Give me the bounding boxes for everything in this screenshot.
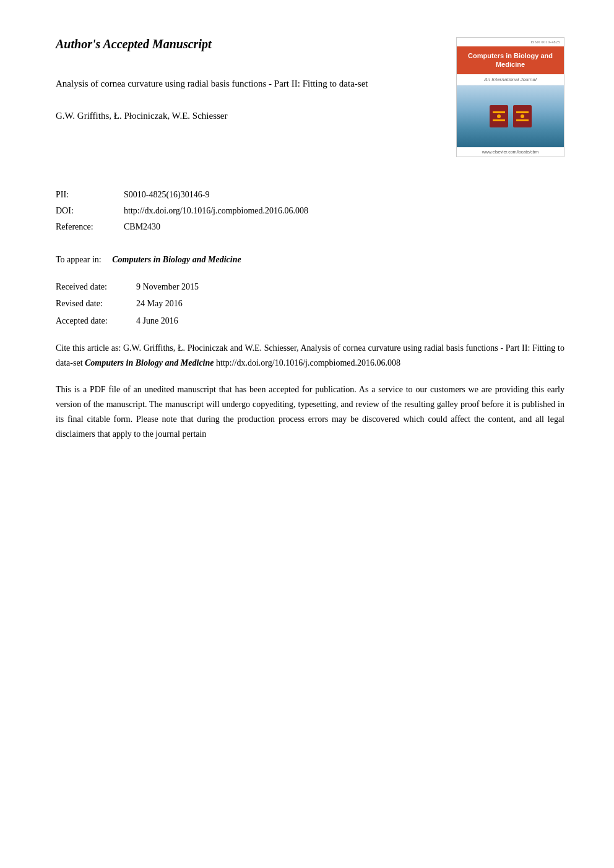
received-date-row: Received date: 9 November 2015	[56, 279, 564, 294]
received-date-value: 9 November 2015	[136, 279, 199, 294]
accepted-date-label: Accepted date:	[56, 313, 136, 329]
revised-date-value: 24 May 2016	[136, 296, 183, 311]
cover-image-area	[457, 85, 564, 147]
metadata-row-doi: DOI: http://dx.doi.org/10.1016/j.compbio…	[56, 204, 564, 218]
cover-journal-name: Computers in Biology and Medicine	[457, 46, 564, 74]
cover-icon-line-2	[493, 119, 505, 121]
header-section: Author's Accepted Manuscript Analysis of…	[56, 37, 564, 157]
authors: G.W. Griffiths, Ł. Płociniczak, W.E. Sch…	[56, 108, 438, 123]
pii-label: PII:	[56, 188, 124, 202]
cover-icon-dot-2	[521, 114, 524, 118]
appear-in-journal: Computers in Biology and Medicine	[112, 255, 241, 264]
doi-value: http://dx.doi.org/10.1016/j.compbiomed.2…	[124, 204, 564, 218]
cover-icon-line-3	[516, 111, 529, 113]
pii-value: S0010-4825(16)30146-9	[124, 188, 564, 202]
cite-doi: http://dx.doi.org/10.1016/j.compbiomed.2…	[216, 358, 400, 367]
appear-in-label: To appear in:	[56, 255, 102, 264]
cover-symbol	[490, 105, 532, 127]
page: Author's Accepted Manuscript Analysis of…	[0, 0, 614, 868]
accepted-date-value: 4 June 2016	[136, 313, 178, 329]
cover-icon-dot-1	[497, 114, 501, 118]
cover-icon-left	[490, 105, 508, 127]
header-left: Author's Accepted Manuscript Analysis of…	[56, 37, 456, 123]
disclaimer-text: This is a PDF file of an unedited manusc…	[56, 385, 564, 438]
cover-top-bar: ISSN 0010-4825	[457, 38, 564, 46]
reference-value: CBM2430	[124, 220, 564, 234]
received-date-label: Received date:	[56, 279, 136, 294]
cover-icon-line-4	[516, 119, 529, 121]
metadata-section: PII: S0010-4825(16)30146-9 DOI: http://d…	[56, 188, 564, 234]
journal-cover: ISSN 0010-4825 Computers in Biology and …	[456, 37, 564, 157]
appear-in-section: To appear in: Computers in Biology and M…	[56, 253, 564, 267]
dates-section: Received date: 9 November 2015 Revised d…	[56, 279, 564, 329]
cover-subtitle: An International Journal	[457, 74, 564, 85]
metadata-row-pii: PII: S0010-4825(16)30146-9	[56, 188, 564, 202]
revised-date-row: Revised date: 24 May 2016	[56, 296, 564, 311]
cite-text: Cite this article as: G.W. Griffiths, Ł.…	[56, 343, 564, 367]
cover-url: www.elsevier.com/locate/cbm	[457, 147, 564, 157]
article-title: Analysis of cornea curvature using radia…	[56, 76, 438, 91]
disclaimer-section: This is a PDF file of an unedited manusc…	[56, 382, 564, 441]
manuscript-title: Author's Accepted Manuscript	[56, 37, 438, 51]
revised-date-label: Revised date:	[56, 296, 136, 311]
cover-icon-line-1	[493, 111, 505, 113]
accepted-date-row: Accepted date: 4 June 2016	[56, 313, 564, 329]
cite-journal: Computers in Biology and Medicine	[85, 358, 214, 367]
doi-label: DOI:	[56, 204, 124, 218]
cover-icon-right	[513, 105, 532, 127]
reference-label: Reference:	[56, 220, 124, 234]
metadata-row-reference: Reference: CBM2430	[56, 220, 564, 234]
cover-barcode: ISSN 0010-4825	[530, 40, 560, 44]
cite-section: Cite this article as: G.W. Griffiths, Ł.…	[56, 341, 564, 371]
